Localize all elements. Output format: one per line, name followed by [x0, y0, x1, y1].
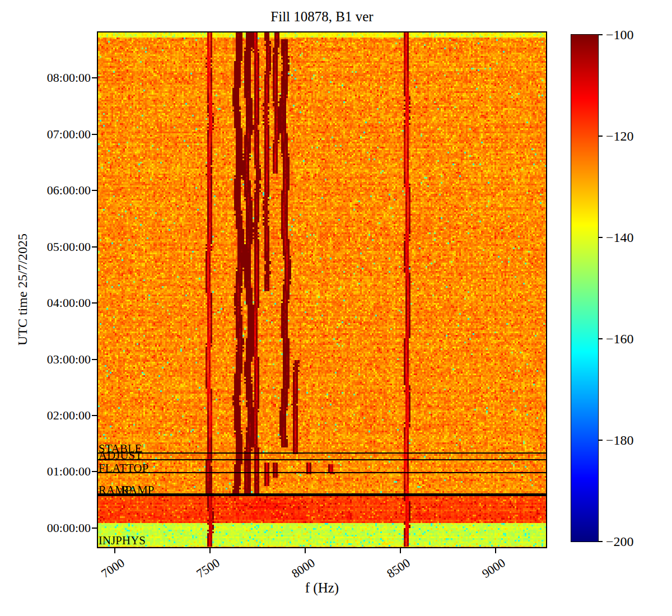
y-tick-mark [92, 190, 97, 191]
y-tick-label: 00:00:00 [24, 521, 91, 535]
y-axis-label: UTC time 25/7/2025 [15, 234, 30, 346]
y-tick-mark [92, 134, 97, 135]
beam-mode-label: INJPHYS [99, 535, 146, 547]
y-tick-label: 08:00:00 [24, 71, 91, 85]
y-tick-label: 04:00:00 [24, 296, 91, 310]
y-tick-mark [92, 471, 97, 472]
colorbar [571, 35, 598, 542]
plot-title: Fill 10878, B1 ver [98, 9, 546, 25]
colorbar-tick-mark [598, 338, 603, 339]
y-tick-mark [92, 77, 97, 78]
x-tick-mark [495, 548, 496, 553]
y-tick-label: 07:00:00 [24, 127, 91, 142]
y-tick-mark [92, 246, 97, 248]
x-tick-mark [400, 548, 401, 553]
colorbar-tick-label: −140 [606, 230, 634, 245]
colorbar-tick-mark [598, 440, 603, 441]
beam-mode-label: ADJUST [99, 450, 142, 461]
colorbar-tick-label: −100 [606, 27, 634, 43]
colorbar-tick-mark [598, 237, 603, 238]
beam-mode-label: RAMP [121, 484, 155, 496]
y-tick-label: 02:00:00 [24, 408, 91, 423]
colorbar-tick-label: −200 [606, 534, 634, 549]
x-tick-label: 9000 [479, 556, 508, 581]
x-tick-label: 7500 [194, 556, 222, 581]
x-tick-label: 8500 [384, 556, 413, 581]
colorbar-tick-label: −120 [606, 129, 634, 144]
y-tick-label: 05:00:00 [24, 240, 91, 254]
y-tick-mark [92, 415, 97, 416]
x-tick-mark [209, 548, 211, 553]
colorbar-tick-label: −160 [606, 332, 634, 347]
y-tick-label: 06:00:00 [24, 183, 91, 198]
figure: { "figure": {"background": "#ffffff"}, "… [0, 0, 672, 616]
colorbar-tick-mark [598, 541, 603, 542]
x-axis-label: f (Hz) [98, 580, 546, 596]
y-tick-mark [92, 528, 97, 529]
x-tick-mark [114, 548, 115, 553]
spectrogram-heatmap [98, 32, 546, 547]
y-tick-mark [92, 302, 97, 304]
x-tick-label: 8000 [289, 556, 318, 581]
colorbar-tick-mark [598, 34, 603, 35]
x-tick-label: 7000 [99, 556, 127, 581]
y-tick-label: 01:00:00 [24, 464, 91, 479]
colorbar-tick-label: −180 [606, 433, 634, 448]
y-tick-label: 03:00:00 [24, 352, 91, 367]
x-tick-mark [305, 548, 306, 553]
y-tick-mark [92, 359, 97, 360]
beam-mode-label: FLATTOP [99, 463, 148, 474]
colorbar-tick-mark [598, 136, 603, 137]
